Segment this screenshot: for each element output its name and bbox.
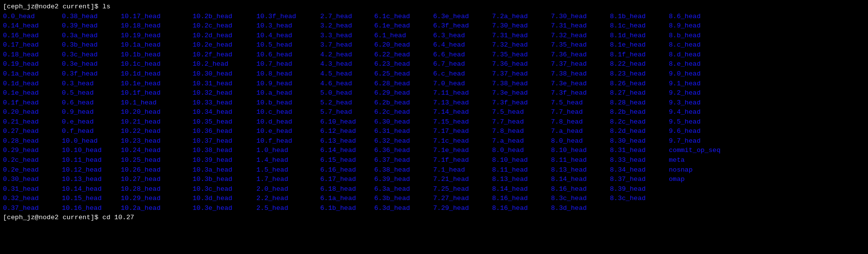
file-item: 0.6_head [62, 98, 121, 108]
file-item: 10.39_head [185, 155, 248, 165]
file-item: 6.3b_head [366, 194, 425, 203]
file-item: 8.0_head [484, 146, 543, 155]
file-item: 0.39_head [62, 21, 121, 31]
file-item: 0.3c_head [62, 50, 121, 60]
file-item: 6.37_head [366, 155, 425, 165]
ls-row-7: 0.1d_head 0.3_head 10.1e_head 10.31_head… [3, 79, 868, 89]
ls-row-19: 0.32_head 10.15_head 10.29_head 10.3d_he… [3, 194, 868, 203]
file-item: 0.1f_head [3, 98, 62, 108]
file-item: 7.35_head [543, 40, 602, 50]
file-item: 7.31_head [543, 21, 602, 31]
file-item: 0.3f_head [62, 69, 121, 79]
file-item: 9.5_head [661, 117, 720, 127]
file-item: 7.29_head [425, 203, 484, 213]
file-item: 8.16_head [543, 184, 602, 194]
file-item: 7.27_head [425, 194, 484, 203]
file-item: 10.37_head [185, 136, 248, 146]
file-item: 0.3_head [62, 79, 121, 89]
file-item: 7.32_head [543, 31, 602, 41]
file-item: 8.10_head [543, 146, 602, 155]
ls-row-0: 0.0_head 0.38_head 10.17_head 10.2b_head… [3, 12, 868, 22]
ls-row-15: 0.2c_head 10.11_head 10.25_head 10.39_he… [3, 155, 868, 165]
file-item: 6.3a_head [366, 184, 425, 194]
file-item: 8.6_head [661, 12, 720, 22]
file-item: 8.9_head [661, 21, 720, 31]
file-item: 10.28_head [121, 184, 185, 194]
file-item: 8.14_head [484, 184, 543, 194]
file-item: 8.34_head [602, 165, 661, 175]
file-item: 10.3b_head [185, 175, 248, 184]
file-item: 7.a_head [484, 136, 543, 146]
file-item: 7.36_head [484, 59, 543, 69]
file-item: 6.15_head [312, 155, 366, 165]
file-item: 8.11_head [484, 165, 543, 175]
file-item: 6.12_head [312, 127, 366, 136]
file-item: 10.17_head [121, 12, 185, 22]
file-item: 0.27_head [3, 127, 62, 136]
file-item: 4.5_head [312, 69, 366, 79]
file-item: 10.f_head [248, 136, 312, 146]
file-item: 6.29_head [366, 88, 425, 98]
file-item: 10.38_head [185, 146, 248, 155]
file-item: 10.1b_head [121, 50, 185, 60]
file-item: 10.23_head [121, 136, 185, 146]
file-item: 0.19_head [3, 59, 62, 69]
ls-row-14: 0.29_head 10.10_head 10.24_head 10.38_he… [3, 146, 868, 155]
file-item: 6.3d_head [366, 203, 425, 213]
file-item: 1.7_head [248, 175, 312, 184]
file-item: 6.3e_head [425, 12, 484, 22]
file-item: 0.5_head [62, 88, 121, 98]
file-item: 9.6_head [661, 127, 720, 136]
file-item: 6.1b_head [312, 203, 366, 213]
file-item: 10.c_head [248, 107, 312, 117]
file-item: 9.0_head [661, 69, 720, 79]
file-item: 8.3c_head [602, 194, 661, 203]
file-item: 8.1e_head [602, 40, 661, 50]
file-item: 9.2_head [661, 88, 720, 98]
file-item: 0.e_head [62, 117, 121, 127]
file-item: 6.14_head [312, 146, 366, 155]
ls-row-1: 0.14_head 0.39_head 10.18_head 10.2c_hea… [3, 21, 868, 31]
file-item: 8.37_head [602, 175, 661, 184]
file-item: 0.18_head [3, 50, 62, 60]
file-item: 10.1c_head [121, 59, 185, 69]
file-item: 10.11_head [62, 155, 121, 165]
file-item: 8.22_head [602, 59, 661, 69]
file-item: 6.17_head [312, 175, 366, 184]
file-item: 10.33_head [185, 98, 248, 108]
file-item: 5.7_head [312, 107, 366, 117]
file-item: 10.5_head [248, 40, 312, 50]
file-item: 8.26_head [602, 79, 661, 89]
ls-row-2: 0.16_head 0.3a_head 10.19_head 10.2d_hea… [3, 31, 868, 41]
file-item: 7.30_head [484, 21, 543, 31]
file-item: 6.39_head [366, 175, 425, 184]
prompt-line-1: [ceph_jz@node2 current]$ ls [3, 2, 868, 12]
file-item: 10.20_head [121, 107, 185, 117]
file-item: 8.1c_head [602, 21, 661, 31]
ls-row-11: 0.21_head 0.e_head 10.21_head 10.35_head… [3, 117, 868, 127]
file-item: 1.5_head [248, 165, 312, 175]
file-item: 7.13_head [425, 98, 484, 108]
file-item: 6.30_head [366, 117, 425, 127]
file-item: 8.30_head [602, 136, 661, 146]
file-item: 7.1f_head [425, 155, 484, 165]
ls-row-10: 0.20_head 0.9_head 10.20_head 10.34_head… [3, 107, 868, 117]
file-item: 7.14_head [425, 107, 484, 117]
file-item: 0.2e_head [3, 165, 62, 175]
file-item: 8.23_head [602, 69, 661, 79]
file-item: 8.14_head [543, 175, 602, 184]
file-item: 8.39_head [602, 184, 661, 194]
file-item: 7.17_head [425, 127, 484, 136]
file-item: 6.13_head [312, 136, 366, 146]
file-item: 6.38_head [366, 165, 425, 175]
file-item: 7.3e_head [543, 79, 602, 89]
file-item: 0.37_head [3, 203, 62, 213]
file-item: 8.c_head [661, 40, 720, 50]
file-item: 6.20_head [366, 40, 425, 50]
ls-row-18: 0.31_head 10.14_head 10.28_head 10.3c_he… [3, 184, 868, 194]
file-item: 7.36_head [543, 50, 602, 60]
file-item: 8.1f_head [602, 50, 661, 60]
file-item: 10.24_head [121, 146, 185, 155]
file-item: 0.20_head [3, 107, 62, 117]
file-item: 10.1f_head [121, 88, 185, 98]
